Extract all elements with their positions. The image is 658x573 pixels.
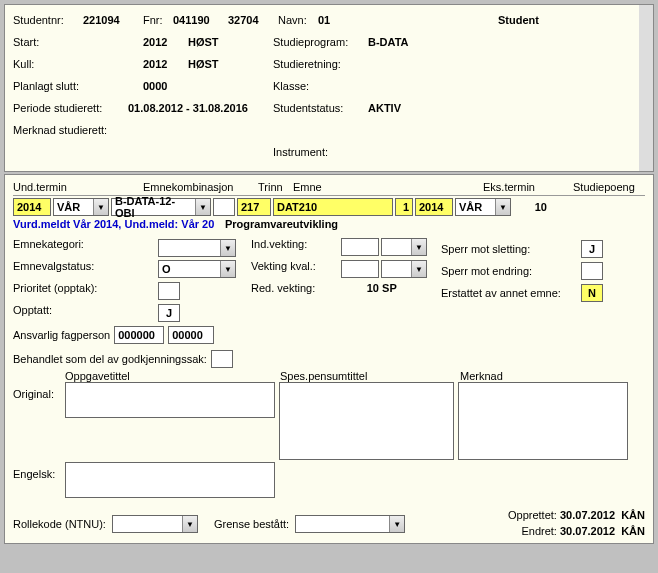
status-link[interactable]: Vurd.meldt Vår 2014, Und.meld: Vår 20	[13, 218, 223, 230]
planlagt-slutt-value: 0000	[143, 80, 273, 92]
oppgavetittel-header: Oppgavetittel	[65, 370, 280, 382]
vektingkval-unit-select[interactable]: ▼	[381, 260, 427, 278]
erstattet-input[interactable]: N	[581, 284, 603, 302]
studentnr-value: 221094	[83, 14, 143, 26]
studentnr-label: Studentnr:	[13, 14, 83, 26]
chevron-down-icon: ▼	[411, 239, 426, 255]
studieprogram-label: Studieprogram:	[273, 36, 368, 48]
hdr-trinn: Trinn	[258, 181, 293, 193]
start-label: Start:	[13, 36, 143, 48]
hdr-ekstermin: Eks.termin	[483, 181, 573, 193]
kull-label: Kull:	[13, 58, 143, 70]
eks-year-input[interactable]: 2014	[415, 198, 453, 216]
hdr-emnekomb: Emnekombinasjon	[143, 181, 258, 193]
endret-label: Endret:	[521, 525, 556, 537]
emnekategori-select[interactable]: ▼	[158, 239, 236, 257]
rollekode-label: Rollekode (NTNU):	[13, 518, 106, 530]
endret-by: KÅN	[621, 525, 645, 537]
ansvarlig1-input[interactable]: 000000	[114, 326, 164, 344]
seq-input[interactable]: 1	[395, 198, 413, 216]
merknad-header: Merknad	[460, 370, 503, 382]
sp-value: 10	[513, 201, 553, 213]
chevron-down-icon: ▼	[220, 261, 235, 277]
start-year: 2012	[143, 36, 188, 48]
oppgavetittel-engelsk-input[interactable]	[65, 462, 275, 498]
emne-id-input[interactable]: DAT210	[273, 198, 393, 216]
ansvarlig2-input[interactable]: 00000	[168, 326, 214, 344]
prioritet-input[interactable]	[158, 282, 180, 300]
hdr-undtermin: Und.termin	[13, 181, 143, 193]
redvekting-label: Red. vekting:	[251, 282, 341, 304]
chevron-down-icon: ▼	[220, 240, 235, 256]
und-term-select[interactable]: VÅR ▼	[53, 198, 109, 216]
kull-year: 2012	[143, 58, 188, 70]
emnevalgstatus-value: O	[159, 263, 220, 275]
grense-label: Grense bestått:	[214, 518, 289, 530]
sperr-endr-label: Sperr mot endring:	[441, 265, 581, 277]
studentstatus-label: Studentstatus:	[273, 102, 368, 114]
indvekting-input[interactable]	[341, 238, 379, 256]
spespensum-input[interactable]	[279, 382, 454, 460]
fnr2-value: 32704	[228, 14, 278, 26]
endret-date: 30.07.2012	[560, 525, 615, 537]
chevron-down-icon: ▼	[182, 516, 197, 532]
navn-label: Navn:	[278, 14, 318, 26]
emnevalgstatus-label: Emnevalgstatus:	[13, 260, 158, 282]
scrollbar[interactable]	[639, 5, 653, 171]
grense-select[interactable]: ▼	[295, 515, 405, 533]
oppgavetittel-original-input[interactable]	[65, 382, 275, 418]
chevron-down-icon: ▼	[495, 199, 510, 215]
und-year-input[interactable]: 2014	[13, 198, 51, 216]
behandlet-input[interactable]	[211, 350, 233, 368]
rollekode-select[interactable]: ▼	[112, 515, 198, 533]
opprettet-by: KÅN	[621, 509, 645, 521]
chevron-down-icon: ▼	[195, 199, 210, 215]
navn-value: 01	[318, 14, 358, 26]
start-term: HØST	[188, 36, 273, 48]
emnekomb-select[interactable]: B-DATA-12-OBI ▼	[111, 198, 211, 216]
chevron-down-icon: ▼	[389, 516, 404, 532]
original-label: Original:	[13, 382, 65, 400]
emne-code-input[interactable]: 217	[237, 198, 271, 216]
chevron-down-icon: ▼	[411, 261, 426, 277]
emnekategori-label: Emnekategori:	[13, 238, 158, 260]
hdr-emne: Emne	[293, 181, 483, 193]
trinn-input[interactable]	[213, 198, 235, 216]
opprettet-label: Opprettet:	[508, 509, 557, 521]
student-info-panel: Studentnr: 221094 Fnr: 041190 32704 Navn…	[4, 4, 654, 172]
hdr-studiepoeng: Studiepoeng	[573, 181, 635, 193]
sperr-slett-label: Sperr mot sletting:	[441, 243, 581, 255]
und-term-value: VÅR	[54, 201, 93, 213]
fnr-label: Fnr:	[143, 14, 173, 26]
detail-panel: Und.termin Emnekombinasjon Trinn Emne Ek…	[4, 174, 654, 544]
sperr-slett-input[interactable]: J	[581, 240, 603, 258]
prioritet-label: Prioritet (opptak):	[13, 282, 158, 304]
indvekting-label: Ind.vekting:	[251, 238, 341, 260]
sperr-endr-input[interactable]	[581, 262, 603, 280]
erstattet-label: Erstattet av annet emne:	[441, 287, 581, 299]
engelsk-label: Engelsk:	[13, 462, 65, 480]
opptatt-label: Opptatt:	[13, 304, 158, 326]
ansvarlig-label: Ansvarlig fagperson	[13, 329, 110, 341]
vektingkval-input[interactable]	[341, 260, 379, 278]
chevron-down-icon: ▼	[93, 199, 108, 215]
kull-term: HØST	[188, 58, 273, 70]
behandlet-label: Behandlet som del av godkjenningssak:	[13, 353, 207, 365]
studieretning-label: Studieretning:	[273, 58, 341, 70]
opprettet-date: 30.07.2012	[560, 509, 615, 521]
merknad-input[interactable]	[458, 382, 628, 460]
indvekting-unit-select[interactable]: ▼	[381, 238, 427, 256]
periode-value: 01.08.2012 - 31.08.2016	[128, 102, 273, 114]
redvekting-value: 10	[341, 282, 379, 294]
emne-name: Programvareutvikling	[225, 218, 338, 230]
spespensum-header: Spes.pensumtittel	[280, 370, 460, 382]
vektingkval-label: Vekting kval.:	[251, 260, 341, 282]
eks-term-select[interactable]: VÅR ▼	[455, 198, 511, 216]
redvekting-unit: SP	[382, 282, 397, 294]
periode-label: Periode studierett:	[13, 102, 128, 114]
audit-footer: Opprettet: 30.07.2012 KÅN Endret: 30.07.…	[508, 507, 645, 539]
fnr1-value: 041190	[173, 14, 228, 26]
emnevalgstatus-select[interactable]: O ▼	[158, 260, 236, 278]
eks-term-value: VÅR	[456, 201, 495, 213]
opptatt-input[interactable]: J	[158, 304, 180, 322]
